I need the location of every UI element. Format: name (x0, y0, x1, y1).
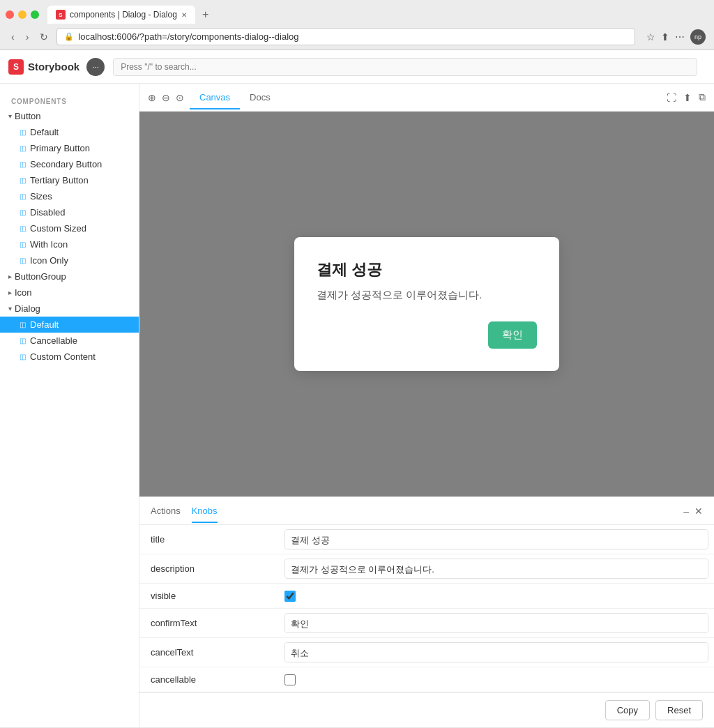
sidebar-item-label: Tertiary Button (30, 175, 89, 185)
zoom-reset-icon[interactable]: ⊙ (176, 92, 184, 103)
sidebar: COMPONENTS ▾ Button ◫ Default ◫ Primary … (0, 84, 139, 727)
story-icon: ◫ (20, 257, 26, 264)
sidebar-item-cancellable[interactable]: ◫ Cancellable (0, 333, 139, 349)
canvas-toolbar-right: ⛶ ⬆ ⧉ (667, 91, 706, 103)
tab-title: components | Dialog - Dialog (70, 10, 177, 20)
story-icon: ◫ (20, 241, 26, 248)
knobs-row-description: description 결제가 성공적으로 이루어졌습니다. (139, 554, 714, 584)
knobs-input-title[interactable]: 결제 성공 (284, 529, 708, 549)
dialog-preview: 결제 성공 결제가 성공적으로 이루어졌습니다. 확인 (294, 237, 559, 371)
sidebar-group-icon[interactable]: ▸ Icon (0, 285, 139, 301)
knobs-close-button[interactable]: ✕ (694, 506, 703, 517)
knobs-panel: Actions Knobs – ✕ title 결제 성공 (139, 496, 714, 727)
traffic-light-yellow[interactable] (18, 10, 26, 19)
storybook-menu-button[interactable]: ··· (86, 58, 105, 76)
address-input[interactable]: 🔒 localhost:6006/?path=/story/components… (56, 28, 635, 45)
sidebar-item-primary-button[interactable]: ◫ Primary Button (0, 140, 139, 156)
tab-bar: S components | Dialog - Dialog ✕ + (0, 0, 714, 24)
new-tab-button[interactable]: + (198, 8, 213, 21)
search-input[interactable] (113, 58, 697, 76)
bookmark-icon[interactable]: ☆ (646, 31, 655, 43)
story-icon: ◫ (20, 192, 26, 200)
chevron-down-icon: ▾ (8, 305, 12, 312)
story-icon: ◫ (20, 337, 26, 344)
knobs-label-description: description (139, 554, 279, 583)
chevron-right-icon: ▸ (8, 273, 12, 280)
zoom-out-icon[interactable]: ⊖ (162, 92, 170, 103)
knobs-row-cancellable: cancellable (139, 667, 714, 692)
sidebar-item-custom-sized[interactable]: ◫ Custom Sized (0, 220, 139, 236)
sidebar-item-default[interactable]: ◫ Default (0, 124, 139, 140)
knobs-row-confirmtext: confirmText 확인 (139, 609, 714, 638)
knobs-checkbox-cancellable[interactable] (284, 674, 296, 685)
zoom-controls: ⊕ ⊖ ⊙ (148, 92, 184, 103)
main-content: COMPONENTS ▾ Button ◫ Default ◫ Primary … (0, 84, 714, 727)
ellipsis-icon: ··· (86, 58, 105, 76)
knobs-row-visible: visible (139, 584, 714, 609)
sidebar-item-disabled[interactable]: ◫ Disabled (0, 204, 139, 220)
sidebar-item-with-icon[interactable]: ◫ With Icon (0, 236, 139, 252)
menu-icon[interactable]: ⋯ (675, 31, 685, 43)
sidebar-group-dialog[interactable]: ▾ Dialog (0, 301, 139, 317)
share-icon[interactable]: ⬆ (661, 31, 669, 43)
share-canvas-icon[interactable]: ⬆ (683, 92, 692, 103)
tab-canvas[interactable]: Canvas (190, 86, 240, 109)
sidebar-item-label: Secondary Button (30, 159, 102, 169)
sidebar-item-icon-only[interactable]: ◫ Icon Only (0, 252, 139, 268)
dialog-confirm-button[interactable]: 확인 (488, 321, 537, 349)
sidebar-item-label: Disabled (30, 207, 66, 218)
story-icon: ◫ (20, 208, 26, 216)
tab-actions[interactable]: Actions (151, 500, 181, 523)
sidebar-item-custom-content[interactable]: ◫ Custom Content (0, 349, 139, 365)
sidebar-item-label: Custom Sized (30, 223, 86, 234)
sidebar-group-button[interactable]: ▾ Button (0, 108, 139, 124)
storybook-logo-text: Storybook (28, 61, 79, 73)
expand-icon[interactable]: ⛶ (667, 92, 676, 103)
tab-close-button[interactable]: ✕ (181, 11, 187, 19)
browser-tab-active[interactable]: S components | Dialog - Dialog ✕ (47, 6, 195, 24)
traffic-light-green[interactable] (31, 10, 39, 19)
knobs-input-description[interactable]: 결제가 성공적으로 이루어졌습니다. (284, 559, 708, 579)
sidebar-item-tertiary-button[interactable]: ◫ Tertiary Button (0, 172, 139, 188)
refresh-button[interactable]: ↻ (37, 30, 51, 44)
story-icon: ◫ (20, 160, 26, 168)
knobs-value-canceltext: 취소 (279, 638, 714, 667)
sidebar-group-label-icon: Icon (15, 287, 32, 298)
copy-canvas-icon[interactable]: ⧉ (699, 91, 706, 103)
copy-button[interactable]: Copy (605, 700, 650, 720)
chevron-down-icon: ▾ (8, 112, 12, 120)
tab-favicon: S (56, 10, 66, 20)
sidebar-item-secondary-button[interactable]: ◫ Secondary Button (0, 156, 139, 172)
story-icon: ◫ (20, 321, 26, 328)
knobs-input-confirmtext[interactable]: 확인 (284, 613, 708, 633)
user-avatar[interactable]: np (690, 29, 706, 45)
sidebar-item-label: Default (30, 319, 59, 330)
forward-button[interactable]: › (23, 30, 32, 44)
knobs-checkbox-visible[interactable] (284, 591, 296, 602)
tab-docs[interactable]: Docs (240, 86, 280, 109)
story-icon: ◫ (20, 176, 26, 184)
knobs-minimize-button[interactable]: – (683, 506, 689, 517)
tab-knobs[interactable]: Knobs (192, 500, 218, 523)
knobs-table: title 결제 성공 description 결제가 성공적으로 이루어졌습니… (139, 525, 714, 692)
sidebar-item-label: Custom Content (30, 351, 96, 362)
story-icon: ◫ (20, 353, 26, 361)
sidebar-item-sizes[interactable]: ◫ Sizes (0, 188, 139, 204)
zoom-in-icon[interactable]: ⊕ (148, 92, 156, 103)
app: S Storybook ··· COMPONENTS ▾ Button ◫ De… (0, 50, 714, 727)
knobs-label-confirmtext: confirmText (139, 609, 279, 637)
reset-button[interactable]: Reset (655, 700, 703, 720)
canvas-tabs-bar: ⊕ ⊖ ⊙ Canvas Docs ⛶ ⬆ ⧉ (139, 84, 714, 112)
sidebar-item-label: Sizes (30, 191, 52, 202)
canvas-area: ⊕ ⊖ ⊙ Canvas Docs ⛶ ⬆ ⧉ 결제 성공 결제가 성공적으로 … (139, 84, 714, 727)
traffic-light-red[interactable] (6, 10, 14, 19)
dialog-actions: 확인 (317, 321, 537, 349)
knobs-value-cancellable (279, 667, 714, 692)
knobs-input-canceltext[interactable]: 취소 (284, 642, 708, 662)
back-button[interactable]: ‹ (8, 30, 17, 44)
dialog-title: 결제 성공 (317, 259, 537, 280)
sidebar-item-dialog-default[interactable]: ◫ Default (0, 317, 139, 333)
knobs-footer: Copy Reset (139, 692, 714, 727)
sidebar-group-buttongroup[interactable]: ▸ ButtonGroup (0, 268, 139, 285)
address-bar: ‹ › ↻ 🔒 localhost:6006/?path=/story/comp… (0, 24, 714, 50)
